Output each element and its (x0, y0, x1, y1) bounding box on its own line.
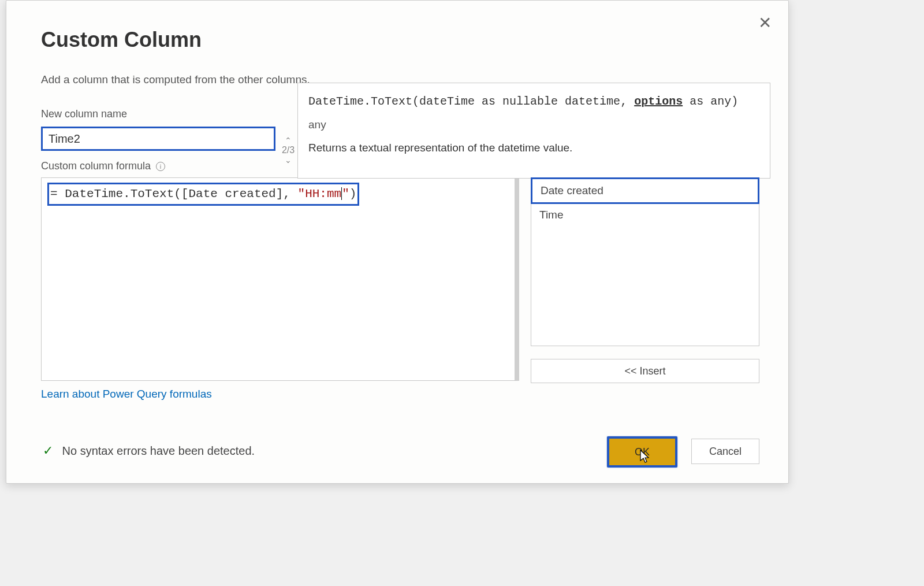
formula-close-paren: ) (349, 187, 357, 201)
cancel-button[interactable]: Cancel (691, 439, 759, 464)
column-item-time[interactable]: Time (531, 203, 759, 227)
chevron-up-icon[interactable]: ⌃ (278, 136, 298, 145)
info-icon[interactable]: i (156, 162, 165, 171)
custom-column-dialog: ✕ Custom Column Add a column that is com… (6, 0, 789, 484)
close-icon[interactable]: ✕ (755, 15, 774, 34)
new-column-label: New column name (41, 108, 127, 120)
dialog-subtitle: Add a column that is computed from the o… (41, 73, 310, 86)
tooltip-fn-name: DateTime.ToText (308, 95, 412, 108)
status-message: ✓ No syntax errors have been detected. (43, 443, 255, 458)
tooltip-param1: dateTime (419, 95, 475, 108)
formula-open-paren: ( (174, 187, 181, 201)
chevron-down-icon[interactable]: ⌄ (278, 155, 298, 165)
tooltip-param2: options (634, 95, 683, 108)
dialog-title: Custom Column (41, 28, 202, 52)
insert-button[interactable]: << Insert (531, 359, 759, 383)
formula-column-ref: [Date created] (181, 187, 283, 201)
tooltip-param2-type: any (710, 95, 731, 108)
learn-link[interactable]: Learn about Power Query formulas (41, 388, 212, 400)
formula-string-pre: "HH:mm (298, 187, 342, 201)
status-text: No syntax errors have been detected. (62, 444, 255, 457)
new-column-input[interactable] (41, 127, 275, 151)
overload-stepper: ⌃ 2/3 ⌄ (278, 136, 298, 173)
formula-function: DateTime.ToText (65, 187, 174, 201)
formula-label: Custom column formula i (41, 160, 165, 172)
formula-content: = DateTime.ToText([Date created], "HH:mm… (47, 183, 359, 206)
intellisense-tooltip: DateTime.ToText(dateTime as nullable dat… (297, 83, 770, 179)
available-columns-list[interactable]: Date created Time (531, 177, 759, 346)
tooltip-signature: DateTime.ToText(dateTime as nullable dat… (308, 95, 759, 108)
column-item-date-created[interactable]: Date created (531, 177, 759, 204)
tooltip-param1-type: nullable datetime (502, 95, 620, 108)
formula-editor[interactable]: = DateTime.ToText([Date created], "HH:mm… (41, 177, 519, 381)
ok-button[interactable]: OK (607, 436, 677, 468)
tooltip-return-type: any (308, 118, 759, 131)
overload-count: 2/3 (278, 145, 298, 155)
formula-comma: , (283, 187, 297, 201)
formula-label-text: Custom column formula (41, 160, 151, 172)
formula-string-post: " (342, 187, 349, 201)
formula-prefix: = (50, 187, 65, 201)
tooltip-description: Returns a textual representation of the … (308, 142, 759, 154)
check-icon: ✓ (43, 443, 53, 458)
